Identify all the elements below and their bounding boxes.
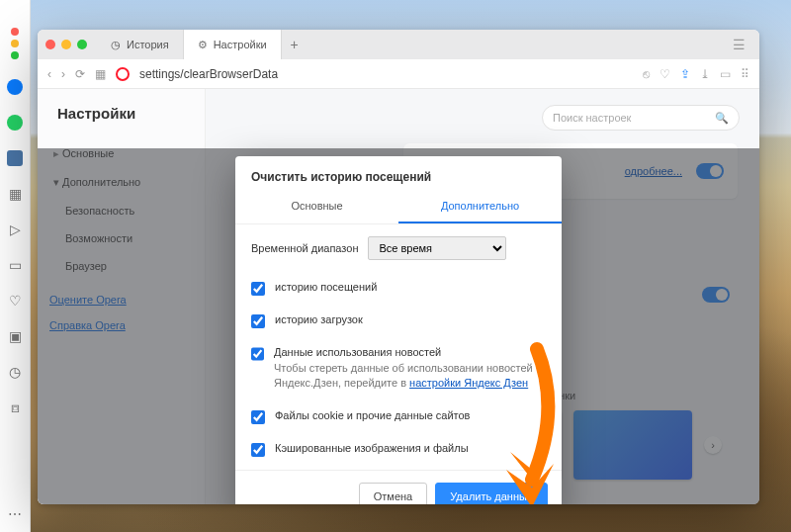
opera-logo-icon: [116, 67, 130, 81]
check-cookies[interactable]: Файлы cookie и прочие данные сайтов: [251, 400, 546, 433]
window-controls[interactable]: [45, 40, 87, 49]
history-icon[interactable]: ◷: [7, 364, 23, 380]
checkbox[interactable]: [251, 347, 264, 361]
whatsapp-icon[interactable]: [7, 115, 23, 131]
time-range-select[interactable]: Все время: [368, 236, 506, 260]
heart-icon[interactable]: ♡: [7, 293, 23, 309]
dialog-title: Очистить историю посещений: [235, 156, 562, 190]
dialog-tab-advanced[interactable]: Дополнительно: [398, 190, 562, 223]
heart-outline-icon[interactable]: ♡: [659, 67, 670, 81]
clear-data-dialog: Очистить историю посещений Основные Допо…: [235, 156, 562, 504]
camera-icon[interactable]: ⎋: [643, 67, 650, 81]
checkbox[interactable]: [251, 314, 265, 328]
check-cache[interactable]: Кэшированные изображения и файлы: [251, 433, 546, 466]
speeddial-icon[interactable]: ▦: [7, 186, 23, 202]
vk-icon[interactable]: [7, 150, 23, 166]
send-icon[interactable]: ▷: [7, 222, 23, 237]
tab-label: Настройки: [214, 39, 267, 50]
dialog-tabs: Основные Дополнительно: [235, 190, 562, 224]
url-text[interactable]: settings/clearBrowserData: [139, 67, 278, 81]
back-icon[interactable]: ‹: [47, 67, 51, 81]
more-icon[interactable]: ⋯: [7, 506, 23, 522]
share-icon[interactable]: ⇪: [680, 67, 690, 81]
gear-icon: ⚙: [198, 39, 208, 51]
messenger-icon[interactable]: [7, 79, 23, 95]
clock-icon: ◷: [111, 39, 121, 51]
bookmark-icon[interactable]: ▭: [7, 257, 23, 273]
news-icon[interactable]: ▣: [7, 328, 23, 344]
tab-bar: ◷ История ⚙ Настройки + ☰: [38, 30, 759, 59]
checkbox[interactable]: [251, 410, 265, 424]
search-icon: 🔍: [715, 112, 729, 125]
tab-history[interactable]: ◷ История: [97, 30, 184, 59]
speeddial-button-icon[interactable]: ▦: [95, 67, 106, 81]
delete-data-button[interactable]: Удалить данные: [435, 483, 548, 504]
cancel-button[interactable]: Отмена: [359, 483, 427, 504]
time-range-label: Временной диапазон: [251, 242, 358, 254]
menu-dots-icon[interactable]: [11, 28, 19, 59]
reload-icon[interactable]: ⟳: [75, 67, 85, 81]
page-content: Настройки Основные Дополнительно Безопас…: [38, 89, 759, 504]
download-icon[interactable]: ⤓: [700, 67, 710, 81]
dialog-tab-basic[interactable]: Основные: [235, 190, 398, 223]
search-placeholder: Поиск настроек: [553, 112, 631, 124]
check-browsing-history[interactable]: историю посещений: [251, 272, 546, 305]
address-bar: ‹ › ⟳ ▦ settings/clearBrowserData ⎋ ♡ ⇪ …: [38, 59, 759, 89]
tab-label: История: [127, 39, 169, 50]
battery-icon[interactable]: ▭: [720, 67, 731, 81]
new-tab-button[interactable]: +: [282, 37, 308, 52]
checkbox[interactable]: [251, 282, 265, 296]
check-download-history[interactable]: историю загрузок: [251, 305, 546, 337]
zen-settings-link[interactable]: настройки Яндекс Дзен: [409, 377, 528, 389]
settings-search[interactable]: Поиск настроек 🔍: [542, 105, 740, 131]
tab-settings[interactable]: ⚙ Настройки: [184, 30, 282, 59]
browser-window: ◷ История ⚙ Настройки + ☰ ‹ › ⟳ ▦ settin…: [38, 30, 759, 504]
forward-icon[interactable]: ›: [61, 67, 65, 81]
tab-menu-icon[interactable]: ☰: [733, 37, 751, 52]
page-title: Настройки: [49, 105, 193, 122]
check-news-data[interactable]: Данные использования новостей Чтобы стер…: [251, 337, 546, 400]
menu-icon[interactable]: ⠿: [741, 67, 749, 81]
os-dock: ▦ ▷ ▭ ♡ ▣ ◷ ⧈ ⋯: [0, 0, 31, 532]
checkbox[interactable]: [251, 443, 265, 457]
cube-icon[interactable]: ⧈: [7, 399, 23, 415]
